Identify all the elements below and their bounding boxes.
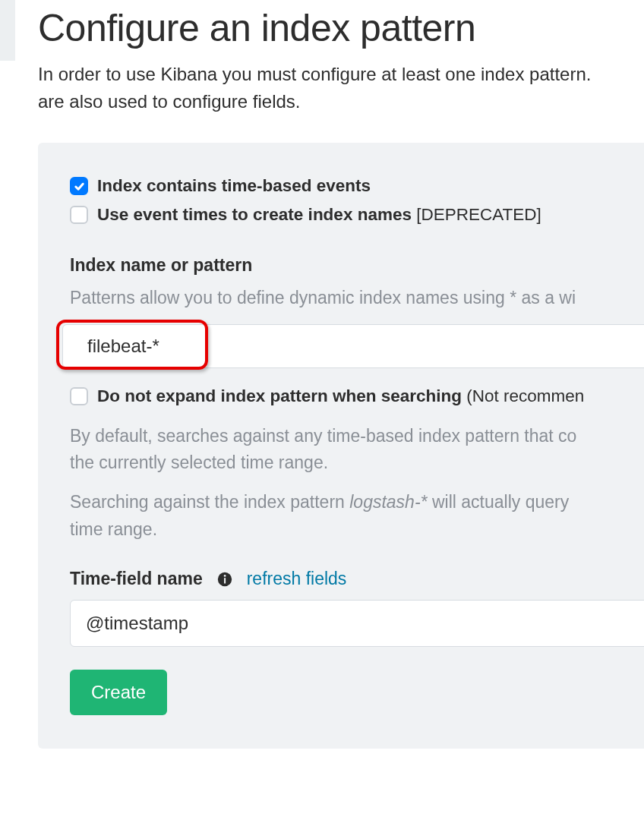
checkbox-timebased-label: Index contains time-based events: [97, 176, 371, 196]
checkbox-noexpand[interactable]: [70, 387, 88, 405]
page-subtitle: In order to use Kibana you must configur…: [38, 61, 644, 115]
checkbox-eventtimes-extra: [DEPRECATED]: [412, 205, 541, 224]
config-panel: Index contains time-based events Use eve…: [38, 143, 644, 749]
checkbox-row-noexpand: Do not expand index pattern when searchi…: [70, 386, 644, 406]
subtitle-line-2: are also used to configure fields.: [38, 91, 301, 112]
checkbox-eventtimes-label: Use event times to create index names: [97, 205, 412, 224]
expand-help-2b: will actually query: [428, 492, 570, 512]
info-icon[interactable]: [216, 571, 233, 588]
subtitle-line-1: In order to use Kibana you must configur…: [38, 64, 591, 84]
index-pattern-help: Patterns allow you to define dynamic ind…: [70, 285, 644, 312]
index-pattern-section: Index name or pattern Patterns allow you…: [70, 255, 644, 368]
checkbox-row-eventtimes: Use event times to create index names [D…: [70, 205, 644, 225]
checkbox-noexpand-extra: (Not recommen: [462, 386, 584, 405]
checkbox-timebased[interactable]: [70, 177, 88, 195]
create-button[interactable]: Create: [70, 670, 167, 715]
index-pattern-input[interactable]: [62, 324, 644, 368]
page-content: Configure an index pattern In order to u…: [0, 6, 644, 779]
checkbox-row-timebased: Index contains time-based events: [70, 176, 644, 196]
expand-help-2: Searching against the index pattern logs…: [70, 489, 644, 543]
timefield-select[interactable]: @timestamp: [70, 600, 644, 647]
expand-help-1b: the currently selected time range.: [70, 452, 328, 472]
expand-help-1: By default, searches against any time-ba…: [70, 423, 644, 477]
checkbox-noexpand-label: Do not expand index pattern when searchi…: [97, 386, 462, 405]
sidebar-stub: [0, 0, 15, 61]
index-pattern-label: Index name or pattern: [70, 255, 644, 276]
index-pattern-input-wrap: [62, 324, 644, 368]
checkmark-icon: [74, 181, 85, 192]
page-title: Configure an index pattern: [38, 6, 644, 50]
expand-help-2c: time range.: [70, 519, 157, 539]
timefield-label: Time-field name: [70, 569, 203, 589]
expand-help-1a: By default, searches against any time-ba…: [70, 426, 576, 446]
expand-help-2a: Searching against the index pattern: [70, 492, 349, 512]
checkbox-eventtimes[interactable]: [70, 206, 88, 224]
svg-rect-1: [224, 578, 226, 583]
timefield-row: Time-field name refresh fields: [70, 569, 644, 589]
svg-point-2: [223, 575, 226, 577]
expand-help-2i: logstash-*: [349, 492, 427, 512]
refresh-fields-link[interactable]: refresh fields: [247, 569, 347, 589]
